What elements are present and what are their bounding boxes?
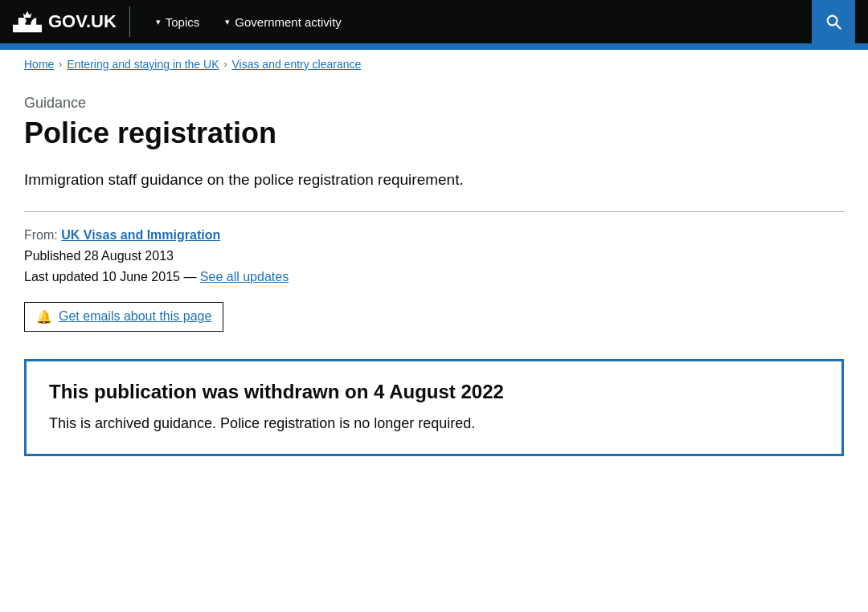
see-all-updates-link[interactable]: See all updates [200, 270, 289, 284]
email-button-text: Get emails about this page [59, 309, 211, 324]
logo-text: GOV.UK [48, 11, 117, 32]
from-label: From: [24, 228, 58, 242]
published-meta: Published 28 August 2013 [24, 249, 844, 263]
breadcrumb-home[interactable]: Home [24, 58, 54, 71]
accent-bar [0, 43, 868, 50]
breadcrumb-separator-1: › [59, 59, 62, 70]
content-divider [24, 211, 844, 212]
gov-uk-logo[interactable]: GOV.UK [13, 10, 117, 34]
breadcrumb: Home › Entering and staying in the UK › … [0, 50, 868, 79]
withdrawn-description: This is archived guidance. Police regist… [49, 413, 819, 435]
svg-line-1 [836, 24, 841, 29]
breadcrumb-separator-2: › [223, 59, 227, 70]
breadcrumb-visas[interactable]: Visas and entry clearance [231, 58, 361, 71]
page-title: Police registration [24, 116, 844, 149]
search-button[interactable] [812, 0, 855, 43]
topics-label: Topics [166, 15, 200, 29]
withdrawn-notice: This publication was withdrawn on 4 Augu… [24, 359, 844, 456]
topics-nav-item[interactable]: ▾ Topics [143, 0, 213, 43]
updated-date: 10 June 2015 [102, 270, 183, 284]
govt-activity-chevron-icon: ▾ [225, 17, 230, 27]
withdrawn-title: This publication was withdrawn on 4 Augu… [49, 381, 819, 403]
published-date: 28 August 2013 [84, 249, 174, 263]
from-meta: From: UK Visas and Immigration [24, 228, 844, 243]
published-label: Published [24, 249, 80, 263]
main-content: Guidance Police registration Immigration… [0, 79, 868, 488]
crown-icon [13, 10, 42, 34]
header-nav: ▾ Topics ▾ Government activity [143, 0, 812, 43]
site-header: GOV.UK ▾ Topics ▾ Government activity [0, 0, 868, 43]
government-activity-nav-item[interactable]: ▾ Government activity [212, 0, 354, 43]
breadcrumb-entering[interactable]: Entering and staying in the UK [67, 58, 219, 71]
updated-meta: Last updated 10 June 2015 — See all upda… [24, 270, 844, 284]
updated-suffix: — [183, 270, 199, 284]
govt-activity-label: Government activity [235, 15, 342, 29]
guidance-label: Guidance [24, 95, 844, 112]
from-link[interactable]: UK Visas and Immigration [61, 228, 220, 242]
email-notifications-button[interactable]: 🔔 Get emails about this page [24, 302, 223, 332]
header-divider [129, 6, 130, 37]
page-description: Immigration staff guidance on the police… [24, 169, 555, 192]
topics-chevron-icon: ▾ [156, 17, 161, 27]
updated-label: Last updated [24, 270, 102, 284]
search-icon [825, 13, 842, 31]
bell-icon: 🔔 [36, 309, 52, 324]
